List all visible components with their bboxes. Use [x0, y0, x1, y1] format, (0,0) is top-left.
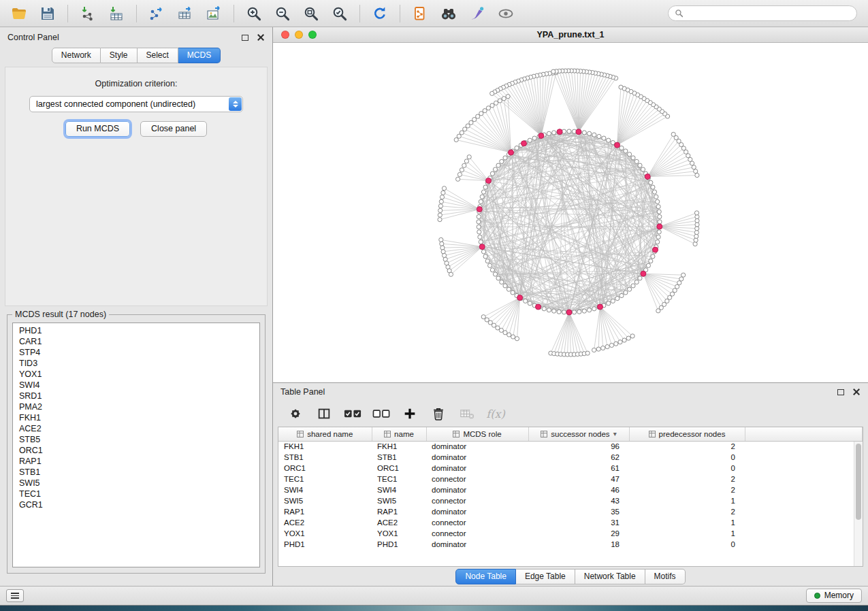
close-panel-button[interactable] [257, 33, 265, 42]
table-row[interactable]: SWI5SWI5connector431 [278, 495, 863, 506]
tab-network-table[interactable]: Network Table [575, 569, 645, 584]
table-cell-filler [745, 484, 863, 495]
table-cell: YOX1 [372, 528, 426, 539]
float-table-panel-button[interactable] [837, 389, 844, 395]
result-node-item[interactable]: CAR1 [13, 336, 259, 347]
table-cell: 2 [629, 484, 745, 495]
run-mcds-button[interactable]: Run MCDS [65, 121, 130, 137]
share-network-button[interactable] [406, 3, 434, 24]
result-node-item[interactable]: SWI4 [13, 380, 259, 391]
tab-select[interactable]: Select [138, 48, 178, 63]
window-close-icon[interactable] [281, 31, 289, 39]
add-column-button[interactable] [398, 403, 421, 424]
result-node-item[interactable]: PMA2 [13, 401, 259, 412]
column-header-predecessor-nodes[interactable]: predecessor nodes [629, 427, 745, 441]
table-cell-filler [745, 528, 863, 539]
delete-column-button[interactable] [427, 403, 450, 424]
result-node-item[interactable]: FKH1 [13, 412, 259, 423]
table-row[interactable]: YOX1YOX1connector291 [278, 528, 863, 539]
show-hide-button[interactable] [492, 3, 519, 24]
table-vertical-scrollbar[interactable] [854, 442, 863, 566]
control-panel: Control Panel NetworkStyleSelectMCDS Opt… [0, 27, 273, 586]
table-cell: 47 [528, 474, 629, 484]
tab-edge-table[interactable]: Edge Table [516, 569, 575, 584]
table-cell: 2 [629, 441, 745, 452]
network-view: YPA_prune.txt_1 [273, 27, 868, 383]
mcds-tab-content: Optimization criterion: largest connecte… [5, 67, 268, 306]
tab-network[interactable]: Network [52, 48, 101, 63]
zoom-in-button[interactable] [240, 3, 268, 24]
table-row[interactable]: SWI4SWI4dominator462 [278, 484, 863, 495]
memory-status-icon [814, 593, 820, 599]
table-cell: STB1 [278, 452, 372, 463]
search-network-button[interactable] [435, 3, 462, 24]
export-table-button[interactable] [172, 3, 199, 24]
result-node-item[interactable]: ACE2 [13, 423, 259, 434]
zoom-selected-button[interactable] [326, 3, 353, 24]
memory-button[interactable]: Memory [806, 589, 862, 603]
export-image-button[interactable] [200, 3, 227, 24]
tab-style[interactable]: Style [101, 48, 138, 63]
control-panel-header: Control Panel [0, 27, 272, 48]
table-row[interactable]: ACE2ACE2connector311 [278, 517, 863, 528]
column-header-name[interactable]: name [372, 427, 426, 441]
table-cell: 35 [528, 506, 629, 517]
result-node-item[interactable]: TEC1 [13, 489, 259, 499]
close-table-panel-button[interactable] [852, 388, 861, 396]
result-node-item[interactable]: PHD1 [13, 325, 259, 336]
deselect-all-columns-button[interactable] [370, 403, 393, 424]
column-header-mcds-role[interactable]: MCDS role [426, 427, 528, 441]
zoom-out-button[interactable] [269, 3, 296, 24]
float-panel-button[interactable] [242, 35, 248, 41]
search-input[interactable] [688, 9, 850, 18]
column-header-successor-nodes[interactable]: successor nodes▾ [528, 427, 629, 441]
import-network-button[interactable] [74, 3, 101, 24]
result-node-item[interactable]: STB5 [13, 434, 259, 445]
table-row[interactable]: ORC1ORC1dominator610 [278, 463, 863, 474]
zoom-fit-button[interactable] [298, 3, 325, 24]
table-cell-filler [745, 441, 863, 452]
tab-motifs[interactable]: Motifs [645, 569, 686, 584]
table-cell: 43 [528, 495, 629, 506]
table-row[interactable]: STB1STB1dominator620 [278, 452, 863, 463]
application-window: Control Panel NetworkStyleSelectMCDS Opt… [0, 0, 868, 606]
table-row[interactable]: RAP1RAP1dominator352 [278, 506, 863, 517]
apply-style-button[interactable] [464, 3, 491, 24]
window-minimize-icon[interactable] [295, 31, 303, 39]
status-menu-button[interactable] [6, 589, 24, 602]
table-cell: dominator [426, 463, 528, 474]
table-settings-button[interactable] [284, 403, 307, 424]
tab-mcds[interactable]: MCDS [178, 48, 221, 63]
result-node-item[interactable]: YOX1 [13, 369, 259, 380]
import-table-button[interactable] [103, 3, 130, 24]
select-all-columns-button[interactable] [341, 403, 364, 424]
function-builder-button: f(x) [484, 403, 507, 424]
result-node-item[interactable]: SRD1 [13, 391, 259, 401]
result-node-item[interactable]: STP4 [13, 347, 259, 358]
table-row[interactable]: FKH1FKH1dominator962 [278, 441, 863, 452]
table-cell: 29 [528, 528, 629, 539]
result-node-item[interactable]: GCR1 [13, 499, 259, 510]
table-row[interactable]: TEC1TEC1connector472 [278, 474, 863, 484]
result-node-item[interactable]: SWI5 [13, 478, 259, 489]
result-node-item[interactable]: ORC1 [13, 445, 259, 456]
optimization-criterion-select[interactable]: largest connected component (undirected) [29, 96, 243, 112]
result-node-item[interactable]: RAP1 [13, 456, 259, 467]
result-node-item[interactable]: STB1 [13, 467, 259, 478]
table-row[interactable]: PHD1PHD1dominator180 [278, 539, 863, 550]
network-canvas[interactable] [273, 43, 868, 382]
save-session-button[interactable] [34, 3, 61, 24]
export-network-button[interactable] [143, 3, 170, 24]
result-node-item[interactable]: TID3 [13, 358, 259, 369]
refresh-view-button[interactable] [366, 3, 393, 24]
tab-node-table[interactable]: Node Table [455, 569, 516, 584]
sort-indicator-icon: ▾ [613, 430, 617, 437]
close-panel-action-button[interactable]: Close panel [140, 121, 207, 137]
import-table-icon [108, 5, 125, 22]
open-session-button[interactable] [5, 3, 33, 24]
column-selector-button[interactable] [312, 403, 336, 424]
scrollbar-thumb[interactable] [856, 444, 861, 520]
column-header-shared-name[interactable]: shared name [278, 427, 372, 441]
window-zoom-icon[interactable] [308, 31, 317, 39]
toolbar-separator [359, 5, 360, 22]
